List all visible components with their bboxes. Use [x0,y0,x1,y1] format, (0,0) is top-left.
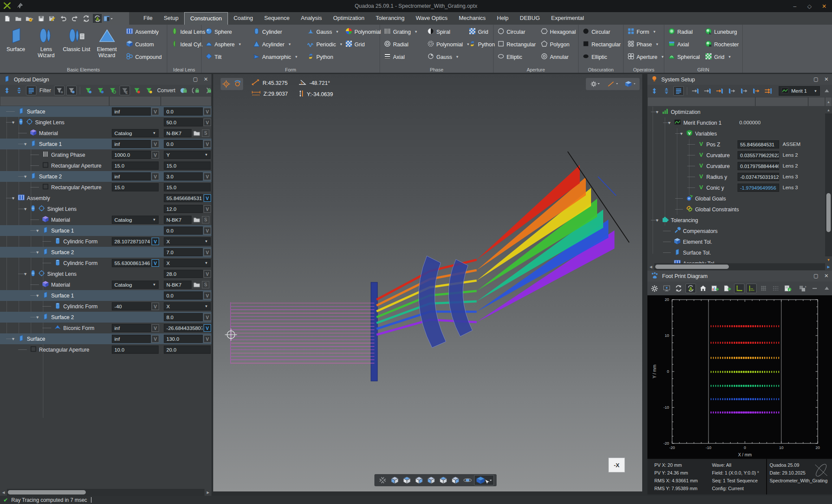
ribbon-button-spiral[interactable]: Spiral [424,26,466,38]
convert-arc2-lock-icon[interactable] [203,86,213,95]
tree-row-global-constraints[interactable]: Global Constraints [647,204,825,215]
dropdown-arrow-icon[interactable]: ▼ [455,55,459,59]
variable-checkbox[interactable]: V [204,249,211,256]
ribbon-button-lens-wizard[interactable]: Lens Wizard [31,26,61,65]
tree-row-cylindric-form[interactable]: Cylindric Form-40VX▼ [0,301,211,312]
variable-checkbox[interactable]: V [204,119,211,126]
value-field[interactable]: 55.8456684531 [164,194,203,202]
ribbon-button-element-wizard[interactable]: Element Wizard [92,26,122,65]
axis-view-button[interactable]: -X [608,458,625,472]
export-chart-icon[interactable] [710,284,720,293]
expand-all-icon[interactable] [649,86,660,96]
ribbon-button-classic-list[interactable]: Classic List [62,26,91,65]
tab-construction[interactable]: Construction [184,12,228,25]
filter-id-icon[interactable]: D [54,86,65,95]
ribbon-button-asphere[interactable]: Asphere▼ [202,38,250,51]
tree-row-surface-2[interactable]: ▼Surface 27.0V [0,247,211,258]
value-dropdown[interactable]: X▼ [164,237,211,246]
tree-row-surface[interactable]: ▼SurfaceinfV130.0V [0,333,211,344]
variable-value-field[interactable]: 55.8456684531 [738,140,779,149]
new-document-icon[interactable] [2,13,12,23]
tree-row-surface-1[interactable]: ▼Surface 1infV0.0V [0,139,211,149]
scroll-up-icon[interactable]: ▲ [825,97,832,107]
ribbon-button-hexagonal[interactable]: Hexagonal [538,26,579,38]
tab-file[interactable]: File [138,12,158,25]
monitor-icon[interactable] [661,284,672,293]
value-field[interactable]: -40 [112,302,151,310]
system-setup-vscrollbar[interactable]: ▲ ▼ [825,107,832,263]
folder-icon[interactable] [193,130,200,137]
variable-value-field[interactable]: -0.0374750319124 [738,173,779,181]
expander-icon[interactable]: ▼ [11,337,16,341]
dropdown-arrow-icon[interactable]: ▼ [288,42,291,46]
value-field[interactable]: -26.6844335807 [164,324,203,332]
surface-to-arrow-orange-icon[interactable] [751,86,761,96]
solve-button[interactable]: S [202,281,209,288]
ribbon-button-phase[interactable]: Phase▼ [624,38,665,51]
ribbon-button-assembly[interactable]: Assembly [123,26,163,38]
tree-row-material[interactable]: MaterialCatalog▼N-BK7S [0,279,211,290]
list-view-icon[interactable] [26,86,36,95]
fit-view-icon[interactable] [377,475,388,485]
tab-help[interactable]: Help [491,12,514,25]
home-icon[interactable] [698,284,708,293]
value-field[interactable]: 28.1072871074 [112,237,151,246]
ribbon-button-radial[interactable]: Radial [381,38,424,51]
ribbon-button-grid[interactable]: Grid▼ [702,51,744,63]
variable-checkbox[interactable]: V [204,227,211,234]
dropdown-arrow-icon[interactable]: ▼ [295,55,298,59]
ribbon-button-periodic[interactable]: Periodic▼ [304,38,342,51]
expander-icon[interactable]: ▼ [655,218,660,223]
dropdown-arrow-icon[interactable]: ▼ [151,283,156,287]
double-arrow-orange-icon[interactable] [763,86,774,96]
variable-value-field[interactable]: -1.97949649956 [738,184,779,192]
variable-checkbox[interactable]: V [152,324,159,332]
ribbon-button-polynomial[interactable]: Polynomial▼ [424,38,466,51]
tree-row-singlet-lens[interactable]: ▼Singlet Lens12.0V [0,204,211,214]
tree-row-singlet-lens[interactable]: ▼Singlet Lens50.0V [0,117,211,128]
tree-row-assembly-tol[interactable]: Assembly Tol. [647,258,825,263]
ribbon-button-compound[interactable]: Compound [123,51,163,63]
value-dropdown[interactable]: Catalog▼ [112,281,159,289]
variable-checkbox[interactable]: V [204,108,211,115]
dropdown-arrow-icon[interactable]: ▼ [655,42,659,46]
value-dropdown[interactable]: Y▼ [164,151,211,159]
scroll-thumb[interactable] [655,265,729,269]
dropdown-arrow-icon[interactable]: ▼ [414,30,418,34]
variable-checkbox[interactable]: V [204,140,211,148]
ribbon-button-luneburg[interactable]: LLuneburg [702,26,744,38]
tree-row-material[interactable]: MaterialCatalog▼N-BK7S [0,214,211,225]
tree-row-grating-phase[interactable]: Grating Phase1000.0VY▼ [0,149,211,160]
arrow-to-surface-icon[interactable] [702,86,713,96]
cube-iso5-icon[interactable] [450,475,461,485]
save-as-icon[interactable] [47,13,57,23]
export-data-icon[interactable] [722,284,732,293]
variable-checkbox[interactable]: V [204,324,211,332]
variable-checkbox[interactable]: V [204,173,211,180]
value-field[interactable]: N-BK7 [164,216,192,224]
ribbon-button-rectangular[interactable]: Rectangular [494,38,538,51]
value-field[interactable]: inf [112,107,151,116]
tab-debug[interactable]: DEBUG [514,12,546,25]
ribbon-button-axial[interactable]: Axial [381,51,424,63]
tab-optimization[interactable]: Optimization [328,12,370,25]
tab-wave-optics[interactable]: Wave Optics [410,12,453,25]
ray-style-icon[interactable] [607,79,618,89]
tree-row-material[interactable]: MaterialCatalog▼N-BK7S [0,128,211,139]
tab-mechanics[interactable]: Mechanics [453,12,491,25]
value-field[interactable]: N-BK7 [164,281,192,289]
redo-icon[interactable] [70,13,80,23]
value-field[interactable]: 28.0 [164,270,203,278]
ribbon-button-rectangular[interactable]: Rectangular [579,38,624,51]
tab-analysis[interactable]: Analysis [295,12,327,25]
dropdown-arrow-icon[interactable]: ▼ [151,131,156,135]
filter-wave-icon[interactable]: (( [120,86,130,95]
tree-row-conic-y[interactable]: VConic y-1.97949649956Lens 3 [647,182,825,193]
view-cube-active-icon[interactable] [474,475,494,485]
dropdown-arrow-icon[interactable]: ▼ [203,153,208,157]
ribbon-button-python[interactable]: Python [304,51,342,63]
value-field[interactable]: 0.0 [164,226,203,235]
tree-row-singlet-lens[interactable]: ▼Singlet Lens28.0V [0,268,211,279]
variable-checkbox[interactable]: V [152,173,159,180]
arrow-to-surface-orange-icon[interactable] [715,86,725,96]
